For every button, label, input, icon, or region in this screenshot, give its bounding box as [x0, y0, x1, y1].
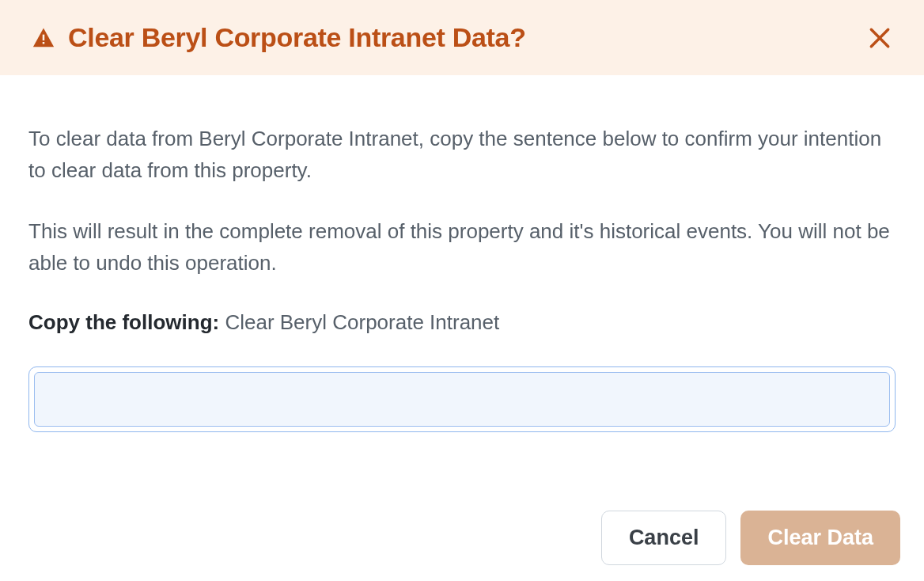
cancel-button[interactable]: Cancel: [601, 511, 727, 565]
title-wrap: Clear Beryl Corporate Intranet Data?: [32, 22, 526, 53]
svg-rect-1: [43, 42, 45, 44]
confirm-input[interactable]: [34, 372, 890, 427]
dialog-body: To clear data from Beryl Corporate Intra…: [0, 75, 924, 487]
copy-instruction: Copy the following: Clear Beryl Corporat…: [28, 307, 896, 338]
dialog-footer: Cancel Clear Data: [0, 487, 924, 581]
dialog-header: Clear Beryl Corporate Intranet Data?: [0, 0, 924, 75]
close-button[interactable]: [867, 25, 892, 51]
warning-triangle-icon: [32, 26, 55, 50]
close-icon: [867, 25, 892, 51]
confirm-input-wrap: [28, 366, 896, 432]
description-2: This will result in the complete removal…: [28, 215, 896, 279]
dialog-title: Clear Beryl Corporate Intranet Data?: [68, 22, 526, 53]
copy-text: Clear Beryl Corporate Intranet: [225, 310, 499, 334]
copy-label: Copy the following:: [28, 310, 219, 334]
clear-data-button[interactable]: Clear Data: [740, 511, 900, 565]
svg-rect-0: [43, 34, 45, 40]
description-1: To clear data from Beryl Corporate Intra…: [28, 123, 896, 187]
clear-data-dialog: Clear Beryl Corporate Intranet Data? To …: [0, 0, 924, 581]
